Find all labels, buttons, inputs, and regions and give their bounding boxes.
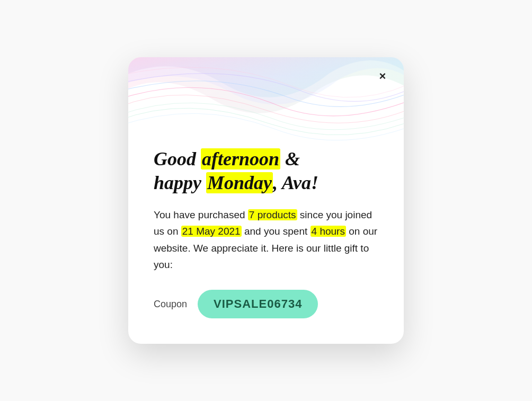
greeting-heading: Good afternoon & happy Monday, Ava!: [154, 147, 378, 195]
modal-overlay: × Good afternoon & happy Monday, Ava! Yo…: [0, 0, 532, 401]
wave-header: [128, 57, 404, 142]
modal-container: × Good afternoon & happy Monday, Ava! Yo…: [128, 57, 404, 344]
body-highlight3: 7 products: [248, 209, 297, 220]
greeting-highlight1: afternoon: [201, 148, 280, 170]
coupon-code[interactable]: VIPSALE06734: [198, 290, 318, 318]
greeting-part1: Good: [154, 148, 201, 170]
body-highlight4: 21 May 2021: [181, 226, 242, 237]
greeting-part2: &: [280, 148, 300, 170]
body-text: You have purchased 7 products since you …: [154, 207, 378, 273]
body-part3: and you spent: [242, 226, 311, 237]
coupon-row: Coupon VIPSALE06734: [154, 290, 378, 318]
greeting-part4: , Ava!: [273, 172, 318, 193]
coupon-label: Coupon: [154, 299, 187, 310]
body-part1: You have purchased: [154, 209, 248, 220]
close-button[interactable]: ×: [373, 67, 392, 86]
greeting-highlight2: Monday: [206, 172, 273, 193]
greeting-part3: happy: [154, 172, 206, 193]
body-highlight5: 4 hours: [311, 226, 346, 237]
